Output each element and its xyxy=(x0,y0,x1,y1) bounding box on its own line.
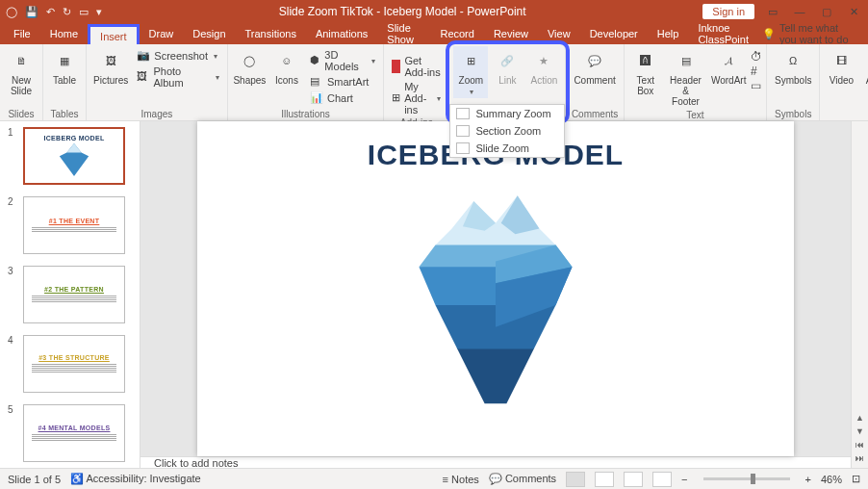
scroll-up-icon[interactable]: ▲ xyxy=(855,413,866,425)
zoom-in-button[interactable]: + xyxy=(805,474,811,485)
tab-file[interactable]: File xyxy=(4,24,40,43)
wordart-button[interactable]: 𝓐 WordArt xyxy=(708,46,749,88)
tab-design[interactable]: Design xyxy=(183,24,235,43)
comment-label: Comment xyxy=(574,75,615,86)
iceberg-thumb-icon xyxy=(55,142,93,178)
next-slide-icon[interactable]: ⏭ xyxy=(855,453,866,465)
zoom-label: Zoom xyxy=(459,75,484,86)
link-button[interactable]: 🔗 Link xyxy=(490,46,524,88)
table-button[interactable]: ▦ Table xyxy=(47,46,82,88)
summary-zoom-item[interactable]: Summary Zoom xyxy=(450,105,564,122)
comment-button[interactable]: 💬 Comment xyxy=(570,46,619,88)
zoom-slider[interactable] xyxy=(703,477,790,480)
zoom-percent[interactable]: 46% xyxy=(821,474,842,485)
3d-models-label: 3D Models xyxy=(324,49,366,72)
video-button[interactable]: 🎞 Video xyxy=(824,46,858,88)
thumb-4[interactable]: #3 THE STRUCTURE xyxy=(23,335,125,393)
maximize-icon[interactable]: ▢ xyxy=(818,3,835,20)
action-icon: ★ xyxy=(531,48,556,73)
slide-thumbnails-panel: 1 ICEBERG MODEL 2 #1 THE EVENT 3 #2 THE … xyxy=(0,121,140,468)
close-icon[interactable]: ✕ xyxy=(845,3,862,20)
smartart-button[interactable]: ▤SmartArt xyxy=(306,74,379,90)
new-slide-button[interactable]: 🗎 New Slide xyxy=(4,46,38,98)
slide-number-icon[interactable]: # xyxy=(751,64,762,78)
accessibility-status[interactable]: ♿ Accessibility: Investigate xyxy=(70,473,201,485)
slide-zoom-item[interactable]: Slide Zoom xyxy=(450,140,564,157)
slide-sorter-view-button[interactable] xyxy=(595,472,614,487)
vertical-scrollbar[interactable]: ▲ ▼ ⏮ ⏭ xyxy=(851,121,868,468)
symbols-button[interactable]: Ω Symbols xyxy=(771,46,815,88)
tab-transitions[interactable]: Transitions xyxy=(236,24,306,43)
photo-album-button[interactable]: 🖼Photo Album▾ xyxy=(133,64,222,90)
action-button[interactable]: ★ Action xyxy=(526,46,561,88)
shapes-button[interactable]: ◯ Shapes xyxy=(232,46,268,88)
slide-zoom-icon xyxy=(456,142,470,154)
icons-button[interactable]: ☺ Icons xyxy=(269,46,304,88)
tab-draw[interactable]: Draw xyxy=(140,24,184,43)
group-tables: ▦ Table Tables xyxy=(43,44,87,120)
tab-record[interactable]: Record xyxy=(430,24,483,43)
action-label: Action xyxy=(530,75,557,86)
smartart-label: SmartArt xyxy=(327,76,369,88)
notes-toggle[interactable]: ≡ Notes xyxy=(443,474,479,485)
thumb-1[interactable]: ICEBERG MODEL xyxy=(23,127,125,185)
get-addins-button[interactable]: Get Add-ins xyxy=(388,54,445,79)
scroll-down-icon[interactable]: ▼ xyxy=(855,426,866,438)
autosave-toggle[interactable]: ◯ xyxy=(6,6,17,18)
tab-review[interactable]: Review xyxy=(484,24,538,43)
video-icon: 🎞 xyxy=(829,48,854,73)
summary-zoom-label: Summary Zoom xyxy=(475,108,550,119)
sign-in-button[interactable]: Sign in xyxy=(702,4,754,19)
my-addins-button[interactable]: ⊞My Add-ins▾ xyxy=(388,80,445,116)
normal-view-button[interactable] xyxy=(566,472,585,487)
symbols-icon: Ω xyxy=(780,48,805,73)
comments-toggle[interactable]: 💬 Comments xyxy=(489,473,556,485)
section-zoom-item[interactable]: Section Zoom xyxy=(450,122,564,140)
thumb-row-5[interactable]: 5 #4 MENTAL MODELS xyxy=(0,399,140,468)
thumb-row-4[interactable]: 4 #3 THE STRUCTURE xyxy=(0,329,140,399)
object-icon[interactable]: ▭ xyxy=(751,79,762,92)
accessibility-label: Accessibility: Investigate xyxy=(87,473,201,484)
thumb-5[interactable]: #4 MENTAL MODELS xyxy=(23,404,125,462)
status-bar: Slide 1 of 5 ♿ Accessibility: Investigat… xyxy=(0,468,868,489)
thumb-3[interactable]: #2 THE PATTERN xyxy=(23,266,125,323)
tab-home[interactable]: Home xyxy=(40,24,88,43)
tab-animations[interactable]: Animations xyxy=(306,24,377,43)
reading-view-button[interactable] xyxy=(624,472,643,487)
save-icon[interactable]: 💾 xyxy=(25,6,38,18)
zoom-button[interactable]: ⊞ Zoom ▾ xyxy=(453,46,488,98)
minimize-icon[interactable]: — xyxy=(791,3,808,20)
zoom-out-button[interactable]: − xyxy=(681,474,687,485)
prev-slide-icon[interactable]: ⏮ xyxy=(855,440,866,451)
thumb-2[interactable]: #1 THE EVENT xyxy=(23,196,125,254)
thumb-row-3[interactable]: 3 #2 THE PATTERN xyxy=(0,260,140,329)
thumb-row-2[interactable]: 2 #1 THE EVENT xyxy=(0,191,140,260)
tab-help[interactable]: Help xyxy=(648,24,689,43)
pictures-button[interactable]: 🖼 Pictures xyxy=(90,46,131,88)
date-time-icon[interactable]: ⏱ xyxy=(751,50,762,64)
ribbon-options-icon[interactable]: ▭ xyxy=(764,3,781,20)
3d-models-button[interactable]: ⬢3D Models▾ xyxy=(306,48,379,73)
tab-insert[interactable]: Insert xyxy=(88,24,140,46)
slideshow-view-button[interactable] xyxy=(652,472,672,487)
tab-developer[interactable]: Developer xyxy=(580,24,648,43)
undo-icon[interactable]: ↶ xyxy=(46,6,55,18)
screenshot-button[interactable]: 📷Screenshot▾ xyxy=(133,48,222,64)
chart-button[interactable]: 📊Chart xyxy=(306,90,379,106)
group-text-label: Text xyxy=(628,109,762,121)
audio-button[interactable]: 🔊 Audio xyxy=(860,46,868,88)
redo-icon[interactable]: ↻ xyxy=(63,6,71,18)
thumb-row-1[interactable]: 1 ICEBERG MODEL xyxy=(0,121,140,191)
header-footer-button[interactable]: ▤ Header & Footer xyxy=(665,46,707,109)
tab-view[interactable]: View xyxy=(538,24,580,43)
slide-canvas[interactable]: ICEBERG MODEL xyxy=(197,121,794,456)
text-box-button[interactable]: 🅰 Text Box xyxy=(628,46,663,98)
fit-to-window-button[interactable]: ⊡ xyxy=(852,473,860,485)
tell-me-search[interactable]: 💡 Tell me what you want to do xyxy=(762,22,868,45)
group-comments-label: Comments xyxy=(570,108,619,120)
start-from-beginning-icon[interactable]: ▭ xyxy=(79,6,89,18)
shapes-icon: ◯ xyxy=(237,48,262,73)
new-slide-icon: 🗎 xyxy=(9,48,34,73)
document-title: Slide Zoom TikTok - Iceberg Model - Powe… xyxy=(102,5,702,18)
qat-more-icon[interactable]: ▾ xyxy=(96,6,102,18)
